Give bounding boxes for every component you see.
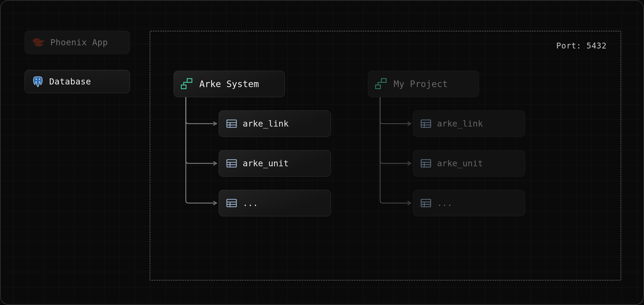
table-icon <box>421 119 431 128</box>
table-name: arke_link <box>437 119 483 129</box>
svg-rect-12 <box>227 199 236 207</box>
phoenix-icon <box>32 38 44 47</box>
table-node[interactable]: arke_link <box>413 110 525 137</box>
database-container: Port: 5432 Arke System <box>150 31 621 281</box>
table-name: ... <box>437 198 452 208</box>
table-list: arke_link arke_unit ... <box>413 110 525 216</box>
table-name: arke_unit <box>243 158 289 168</box>
svg-rect-2 <box>187 79 192 82</box>
sidebar-item-label: Database <box>49 77 91 87</box>
table-node[interactable]: arke_unit <box>219 150 331 177</box>
postgresql-icon <box>32 76 43 87</box>
sidebar-item-database[interactable]: Database <box>25 70 130 93</box>
schema-icon <box>375 78 388 90</box>
svg-rect-17 <box>376 85 380 89</box>
sidebar-item-phoenix[interactable]: Phoenix App <box>25 31 130 54</box>
svg-rect-3 <box>181 85 186 89</box>
svg-rect-16 <box>381 79 386 82</box>
svg-rect-8 <box>227 160 236 167</box>
schema-icon <box>180 78 193 90</box>
schema-arke-system: Arke System arke_link <box>174 71 331 230</box>
svg-rect-26 <box>421 199 431 207</box>
table-list: arke_link arke_unit ... <box>219 110 331 216</box>
sidebar-item-label: Phoenix App <box>50 37 108 47</box>
table-node[interactable]: ... <box>219 190 331 216</box>
port-label: Port: 5432 <box>556 41 607 50</box>
schema-header[interactable]: My Project <box>368 71 479 97</box>
table-name: ... <box>243 198 258 208</box>
svg-rect-22 <box>421 160 431 167</box>
schema-name: My Project <box>394 79 448 89</box>
table-icon <box>226 159 237 168</box>
schema-my-project: My Project arke_link <box>368 71 525 230</box>
svg-rect-4 <box>227 120 236 127</box>
table-node[interactable]: arke_link <box>219 110 331 137</box>
table-node[interactable]: ... <box>413 190 525 216</box>
table-name: arke_unit <box>437 158 483 168</box>
schema-name: Arke System <box>199 79 259 89</box>
diagram-canvas: Phoenix App Database Port: 5432 <box>0 0 644 305</box>
svg-point-0 <box>36 79 37 80</box>
table-icon <box>421 199 431 207</box>
svg-point-1 <box>39 79 40 80</box>
table-node[interactable]: arke_unit <box>413 150 525 177</box>
table-icon <box>226 199 237 207</box>
table-icon <box>226 119 237 128</box>
table-name: arke_link <box>243 119 289 129</box>
schema-header[interactable]: Arke System <box>174 71 285 97</box>
table-icon <box>421 159 431 168</box>
svg-rect-18 <box>421 120 431 127</box>
